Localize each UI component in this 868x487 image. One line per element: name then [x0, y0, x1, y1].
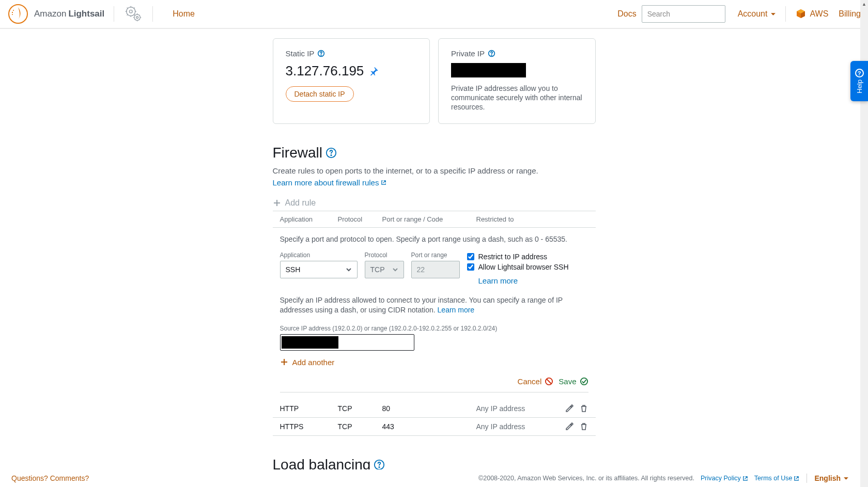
protocol-label: Protocol: [365, 252, 404, 259]
help-icon[interactable]: [326, 147, 337, 159]
ip-desc-text: Specify an IP address allowed to connect…: [280, 296, 563, 315]
firewall-heading-text: Firewall: [273, 145, 322, 161]
add-another-button[interactable]: Add another: [280, 358, 588, 367]
static-ip-title-text: Static IP: [286, 49, 315, 58]
application-label: Application: [280, 252, 358, 259]
private-ip-card: Private IP Private IP addresses allow yo…: [438, 38, 596, 124]
search-input[interactable]: [647, 10, 738, 18]
aws-link[interactable]: AWS: [795, 8, 828, 20]
source-ip-value-redacted: [282, 336, 338, 349]
cancel-icon: [545, 377, 553, 386]
external-link-icon: [742, 476, 748, 481]
private-ip-desc: Private IP addresses allow you to commun…: [451, 84, 583, 112]
rule-proto: TCP: [338, 404, 382, 413]
allow-ssh-checkbox[interactable]: [467, 263, 474, 271]
rule-app: HTTP: [280, 404, 338, 413]
firewall-table: Application Protocol Port or range / Cod…: [273, 211, 596, 436]
svg-point-11: [491, 55, 492, 55]
search-box[interactable]: [642, 5, 725, 23]
plus-icon: [273, 199, 281, 207]
chevron-down-icon: [770, 11, 776, 17]
terms-text: Terms of Use: [754, 475, 793, 482]
col-protocol: Protocol: [338, 215, 382, 223]
restrict-ip-checkbox[interactable]: [467, 253, 474, 260]
external-link-icon: [794, 476, 799, 481]
source-ip-label: Source IP address (192.0.2.0) or range (…: [280, 325, 588, 332]
questions-link[interactable]: Questions? Comments?: [11, 474, 89, 482]
account-menu[interactable]: Account: [738, 9, 777, 19]
restrict-ip-checkbox-row[interactable]: Restrict to IP address: [467, 253, 569, 261]
account-label: Account: [738, 9, 768, 19]
privacy-policy-text: Privacy Policy: [701, 475, 741, 482]
firewall-learn-more-text: Learn more about firewall rules: [273, 178, 379, 187]
private-ip-title: Private IP: [451, 49, 583, 58]
help-tab[interactable]: ? Help: [850, 61, 868, 101]
save-button[interactable]: Save: [559, 377, 588, 386]
help-icon[interactable]: [488, 50, 495, 57]
delete-icon[interactable]: [579, 404, 588, 413]
footer-divider: [807, 474, 807, 483]
svg-point-0: [9, 5, 27, 23]
rule-app: HTTPS: [280, 422, 338, 431]
editor-desc: Specify a port and protocol to open. Spe…: [280, 235, 588, 243]
footer-copyright: ©2008-2020, Amazon Web Services, Inc. or…: [478, 475, 694, 482]
footer: Questions? Comments? ©2008-2020, Amazon …: [0, 469, 860, 487]
language-selector[interactable]: English: [814, 474, 849, 482]
header: Amazon Lightsail Home Docs Account AWS B…: [0, 0, 868, 29]
private-ip-value-redacted: [451, 63, 526, 77]
svg-point-15: [580, 378, 587, 385]
add-another-label: Add another: [292, 358, 335, 367]
svg-point-9: [321, 55, 321, 55]
scrollbar-up-arrow[interactable]: ▲: [860, 0, 868, 8]
brand-bold: Lightsail: [68, 9, 104, 19]
static-ip-value: 3.127.76.195: [286, 63, 364, 79]
firewall-table-head: Application Protocol Port or range / Cod…: [273, 211, 596, 228]
col-application: Application: [280, 215, 338, 223]
firewall-heading: Firewall: [273, 145, 596, 161]
rule-port: 443: [382, 422, 476, 431]
help-icon[interactable]: [317, 50, 325, 57]
docs-link[interactable]: Docs: [617, 9, 636, 19]
home-link[interactable]: Home: [173, 9, 195, 19]
save-icon: [580, 377, 588, 386]
aws-cube-icon: [795, 8, 807, 20]
col-port: Port or range / Code: [382, 215, 476, 223]
chevron-down-icon: [843, 476, 849, 481]
edit-icon[interactable]: [565, 404, 574, 413]
rule-restrict: Any IP address: [476, 422, 556, 431]
firewall-rule-row: HTTP TCP 80 Any IP address: [273, 400, 596, 418]
application-select[interactable]: SSH: [280, 261, 358, 278]
detach-static-ip-button[interactable]: Detach static IP: [286, 86, 354, 102]
help-question-icon: ?: [855, 69, 864, 77]
firewall-rule-row: HTTPS TCP 443 Any IP address: [273, 418, 596, 436]
lightsail-logo-icon: [7, 3, 29, 25]
svg-point-6: [136, 17, 138, 19]
delete-icon[interactable]: [579, 422, 588, 431]
help-icon[interactable]: [374, 459, 385, 470]
ip-restriction-desc: Specify an IP address allowed to connect…: [280, 295, 588, 316]
terms-link[interactable]: Terms of Use: [754, 475, 800, 482]
privacy-policy-link[interactable]: Privacy Policy: [701, 475, 748, 482]
checkbox-learn-more-link[interactable]: Learn more: [478, 276, 569, 285]
firewall-learn-more-link[interactable]: Learn more about firewall rules: [273, 178, 387, 187]
private-ip-title-text: Private IP: [451, 49, 485, 58]
billing-link[interactable]: Billing: [839, 9, 861, 19]
cancel-button[interactable]: Cancel: [518, 377, 554, 386]
edit-icon[interactable]: [565, 422, 574, 431]
add-rule-label: Add rule: [285, 198, 316, 208]
logo[interactable]: Amazon Lightsail: [7, 3, 104, 25]
rule-port: 80: [382, 404, 476, 413]
firewall-rule-editor: Specify a port and protocol to open. Spe…: [273, 228, 596, 400]
header-divider-3: [785, 6, 786, 22]
gear-icon[interactable]: [123, 4, 143, 24]
main-content: Static IP 3.127.76.195 Detach static IP …: [273, 29, 596, 487]
cancel-label: Cancel: [518, 377, 542, 386]
source-ip-input[interactable]: [280, 334, 414, 351]
svg-point-4: [130, 10, 133, 13]
static-ip-card: Static IP 3.127.76.195 Detach static IP: [273, 38, 430, 124]
rule-restrict: Any IP address: [476, 404, 556, 413]
external-link-icon: [381, 180, 386, 185]
ip-desc-learn-more-link[interactable]: Learn more: [438, 305, 475, 316]
language-label: English: [814, 474, 841, 482]
allow-ssh-checkbox-row[interactable]: Allow Lightsail browser SSH: [467, 263, 569, 271]
